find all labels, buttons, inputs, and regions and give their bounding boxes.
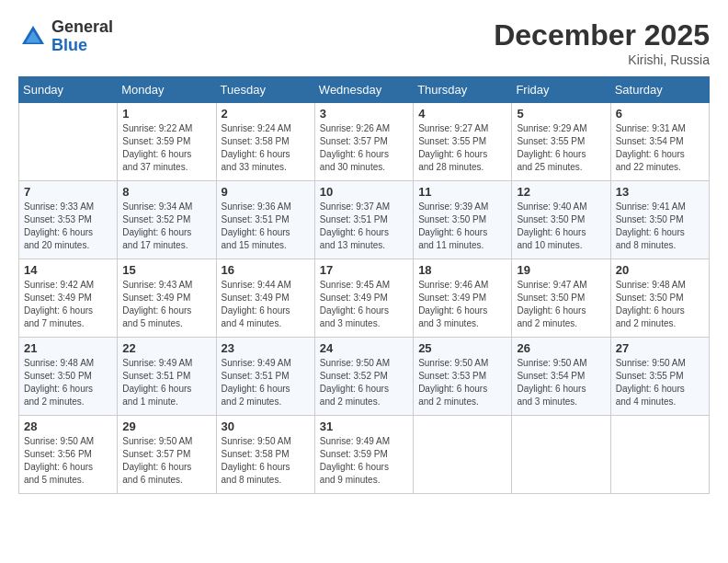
day-info: Sunrise: 9:27 AMSunset: 3:55 PMDaylight:…: [418, 122, 506, 174]
weekday-header-tuesday: Tuesday: [216, 77, 314, 103]
calendar-cell: 17Sunrise: 9:45 AMSunset: 3:49 PMDayligh…: [314, 259, 413, 338]
day-info: Sunrise: 9:22 AMSunset: 3:59 PMDaylight:…: [122, 122, 210, 174]
calendar-cell: [19, 103, 118, 181]
day-info: Sunrise: 9:24 AMSunset: 3:58 PMDaylight:…: [222, 122, 310, 174]
day-info: Sunrise: 9:43 AMSunset: 3:49 PMDaylight:…: [122, 279, 210, 330]
calendar-week-row: 7Sunrise: 9:33 AMSunset: 3:53 PMDaylight…: [19, 181, 710, 259]
calendar-cell: 2Sunrise: 9:24 AMSunset: 3:58 PMDaylight…: [216, 103, 314, 181]
calendar-cell: 9Sunrise: 9:36 AMSunset: 3:51 PMDaylight…: [216, 181, 314, 259]
calendar-cell: 25Sunrise: 9:50 AMSunset: 3:53 PMDayligh…: [414, 338, 512, 416]
calendar-cell: 24Sunrise: 9:50 AMSunset: 3:52 PMDayligh…: [314, 338, 413, 416]
calendar-cell: 27Sunrise: 9:50 AMSunset: 3:55 PMDayligh…: [610, 338, 709, 416]
calendar-cell: 1Sunrise: 9:22 AMSunset: 3:59 PMDaylight…: [118, 103, 216, 181]
day-info: Sunrise: 9:31 AMSunset: 3:54 PMDaylight:…: [616, 122, 704, 174]
day-number: 30: [222, 419, 310, 433]
weekday-header-saturday: Saturday: [610, 77, 709, 103]
day-info: Sunrise: 9:49 AMSunset: 3:51 PMDaylight:…: [222, 357, 310, 408]
day-number: 1: [122, 107, 210, 121]
calendar-cell: 31Sunrise: 9:49 AMSunset: 3:59 PMDayligh…: [314, 416, 413, 494]
calendar-cell: 8Sunrise: 9:34 AMSunset: 3:52 PMDaylight…: [118, 181, 216, 259]
weekday-header-monday: Monday: [118, 77, 216, 103]
day-info: Sunrise: 9:26 AMSunset: 3:57 PMDaylight:…: [320, 122, 408, 174]
day-info: Sunrise: 9:50 AMSunset: 3:53 PMDaylight:…: [418, 357, 506, 408]
day-info: Sunrise: 9:33 AMSunset: 3:53 PMDaylight:…: [24, 201, 112, 252]
day-info: Sunrise: 9:48 AMSunset: 3:50 PMDaylight:…: [24, 357, 112, 408]
weekday-header-thursday: Thursday: [414, 77, 512, 103]
day-number: 2: [222, 107, 310, 121]
day-info: Sunrise: 9:40 AMSunset: 3:50 PMDaylight:…: [517, 201, 605, 252]
page-header: General Blue December 2025 Kirishi, Russ…: [18, 18, 710, 67]
day-number: 31: [320, 419, 408, 433]
calendar-cell: [414, 416, 512, 494]
day-number: 27: [616, 341, 704, 355]
calendar-cell: 10Sunrise: 9:37 AMSunset: 3:51 PMDayligh…: [314, 181, 413, 259]
calendar-body: 1Sunrise: 9:22 AMSunset: 3:59 PMDaylight…: [19, 103, 710, 494]
calendar-table: SundayMondayTuesdayWednesdayThursdayFrid…: [18, 76, 710, 494]
day-info: Sunrise: 9:39 AMSunset: 3:50 PMDaylight:…: [418, 201, 506, 252]
day-number: 22: [122, 341, 210, 355]
weekday-header-sunday: Sunday: [19, 77, 118, 103]
calendar-cell: 30Sunrise: 9:50 AMSunset: 3:58 PMDayligh…: [216, 416, 314, 494]
day-number: 4: [418, 107, 506, 121]
calendar-cell: [512, 416, 610, 494]
day-number: 24: [320, 341, 408, 355]
day-number: 18: [418, 263, 506, 277]
day-info: Sunrise: 9:50 AMSunset: 3:52 PMDaylight:…: [320, 357, 408, 408]
calendar-cell: 7Sunrise: 9:33 AMSunset: 3:53 PMDaylight…: [19, 181, 118, 259]
day-number: 7: [24, 185, 112, 199]
day-info: Sunrise: 9:50 AMSunset: 3:58 PMDaylight:…: [222, 435, 310, 487]
day-number: 9: [222, 185, 310, 199]
calendar-cell: 11Sunrise: 9:39 AMSunset: 3:50 PMDayligh…: [414, 181, 512, 259]
day-info: Sunrise: 9:46 AMSunset: 3:49 PMDaylight:…: [418, 279, 506, 330]
day-number: 19: [517, 263, 605, 277]
calendar-week-row: 14Sunrise: 9:42 AMSunset: 3:49 PMDayligh…: [19, 259, 710, 338]
calendar-header: SundayMondayTuesdayWednesdayThursdayFrid…: [19, 77, 710, 103]
day-info: Sunrise: 9:36 AMSunset: 3:51 PMDaylight:…: [222, 201, 310, 252]
day-info: Sunrise: 9:29 AMSunset: 3:55 PMDaylight:…: [517, 122, 605, 174]
calendar-cell: 14Sunrise: 9:42 AMSunset: 3:49 PMDayligh…: [19, 259, 118, 338]
day-number: 11: [418, 185, 506, 199]
calendar-cell: 19Sunrise: 9:47 AMSunset: 3:50 PMDayligh…: [512, 259, 610, 338]
calendar-cell: 3Sunrise: 9:26 AMSunset: 3:57 PMDaylight…: [314, 103, 413, 181]
day-number: 3: [320, 107, 408, 121]
day-number: 5: [517, 107, 605, 121]
calendar-cell: 16Sunrise: 9:44 AMSunset: 3:49 PMDayligh…: [216, 259, 314, 338]
day-number: 21: [24, 341, 112, 355]
day-number: 8: [122, 185, 210, 199]
day-info: Sunrise: 9:50 AMSunset: 3:54 PMDaylight:…: [517, 357, 605, 408]
day-info: Sunrise: 9:47 AMSunset: 3:50 PMDaylight:…: [517, 279, 605, 330]
calendar-cell: 21Sunrise: 9:48 AMSunset: 3:50 PMDayligh…: [19, 338, 118, 416]
day-number: 10: [320, 185, 408, 199]
day-number: 16: [222, 263, 310, 277]
calendar-cell: 5Sunrise: 9:29 AMSunset: 3:55 PMDaylight…: [512, 103, 610, 181]
day-info: Sunrise: 9:49 AMSunset: 3:59 PMDaylight:…: [320, 435, 408, 487]
day-number: 29: [122, 419, 210, 433]
calendar-cell: 23Sunrise: 9:49 AMSunset: 3:51 PMDayligh…: [216, 338, 314, 416]
location: Kirishi, Russia: [494, 52, 710, 67]
day-number: 15: [122, 263, 210, 277]
day-number: 23: [222, 341, 310, 355]
calendar-cell: 6Sunrise: 9:31 AMSunset: 3:54 PMDaylight…: [610, 103, 709, 181]
logo-icon: [18, 22, 48, 52]
weekday-header-row: SundayMondayTuesdayWednesdayThursdayFrid…: [19, 77, 710, 103]
logo: General Blue: [18, 18, 113, 55]
title-block: December 2025 Kirishi, Russia: [494, 18, 710, 67]
day-info: Sunrise: 9:50 AMSunset: 3:55 PMDaylight:…: [616, 357, 704, 408]
calendar-cell: [610, 416, 709, 494]
day-info: Sunrise: 9:50 AMSunset: 3:56 PMDaylight:…: [24, 435, 112, 487]
calendar-week-row: 21Sunrise: 9:48 AMSunset: 3:50 PMDayligh…: [19, 338, 710, 416]
day-number: 12: [517, 185, 605, 199]
day-number: 13: [616, 185, 704, 199]
day-info: Sunrise: 9:41 AMSunset: 3:50 PMDaylight:…: [616, 201, 704, 252]
calendar-week-row: 1Sunrise: 9:22 AMSunset: 3:59 PMDaylight…: [19, 103, 710, 181]
day-info: Sunrise: 9:37 AMSunset: 3:51 PMDaylight:…: [320, 201, 408, 252]
day-number: 14: [24, 263, 112, 277]
day-info: Sunrise: 9:45 AMSunset: 3:49 PMDaylight:…: [320, 279, 408, 330]
day-number: 6: [616, 107, 704, 121]
day-number: 20: [616, 263, 704, 277]
day-number: 17: [320, 263, 408, 277]
calendar-cell: 13Sunrise: 9:41 AMSunset: 3:50 PMDayligh…: [610, 181, 709, 259]
calendar-cell: 26Sunrise: 9:50 AMSunset: 3:54 PMDayligh…: [512, 338, 610, 416]
day-info: Sunrise: 9:48 AMSunset: 3:50 PMDaylight:…: [616, 279, 704, 330]
logo-general-text: General: [51, 17, 113, 36]
